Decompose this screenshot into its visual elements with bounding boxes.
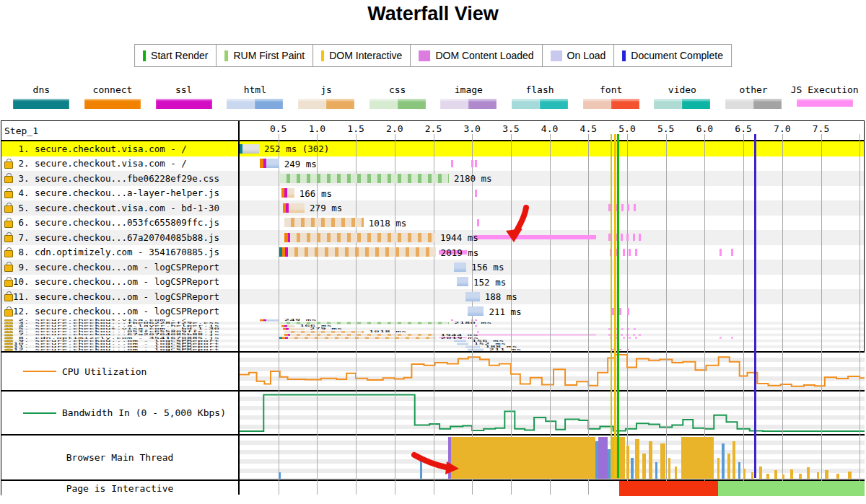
js-exec-mark xyxy=(621,334,623,335)
axis-tick-label: 1.0 xyxy=(309,123,325,134)
request-row-label[interactable]: 7. secure.checkou...67a20704085b88.js xyxy=(1,230,236,245)
request-row-label[interactable]: 8. cdn.optimizely.com - 3541670885.js xyxy=(1,245,236,260)
resource-legend-label: js xyxy=(320,84,332,95)
request-url-text: 8. cdn.optimizely.com - 3541670885.js xyxy=(13,337,219,339)
main-thread-activity-bar xyxy=(774,470,777,479)
axis-tick-label: 0.5 xyxy=(270,123,287,134)
legend-item-label: DOM Interactive xyxy=(329,50,402,61)
js-exec-mark xyxy=(623,249,625,256)
html-body-segment xyxy=(468,306,484,316)
lock-icon xyxy=(4,262,13,272)
request-row-label[interactable]: 10. secure.checkou...om - logCSPReport xyxy=(1,275,236,290)
request-time-label: 1944 ms xyxy=(440,232,478,243)
request-bar[interactable] xyxy=(454,340,466,342)
resource-color-bar xyxy=(156,99,212,109)
legend-item-start-render: Start Render xyxy=(135,45,216,66)
js-exec-mark xyxy=(612,308,614,315)
request-bar[interactable] xyxy=(284,218,363,227)
request-bar[interactable] xyxy=(240,144,259,154)
js-exec-mark xyxy=(731,337,733,339)
request-row-label[interactable]: 12. secure.checkou...om - logCSPReport xyxy=(1,304,236,319)
js-body-segment xyxy=(289,328,305,330)
lock-icon xyxy=(4,325,13,327)
js-exec-mark xyxy=(475,319,477,321)
request-bar[interactable] xyxy=(454,262,466,272)
request-row: 7. secure.checkou...67a20704085b88.js194… xyxy=(1,230,864,245)
request-time-label: 188 ms xyxy=(485,345,517,348)
js-exec-mark xyxy=(633,234,635,241)
request-bar[interactable] xyxy=(468,349,484,351)
main-thread-activity-bar xyxy=(848,472,852,479)
legend-item-label: Document Complete xyxy=(631,50,723,61)
main-thread-activity-bar xyxy=(681,437,714,479)
request-url-text: 5. secure.checkout.visa.com - bd-1-30 xyxy=(13,203,219,213)
js-exec-mark xyxy=(477,331,479,332)
request-bar[interactable] xyxy=(279,247,436,257)
request-bar[interactable] xyxy=(281,325,294,327)
request-row-label[interactable]: 5. secure.checkout.visa.com - bd-1-30 xyxy=(1,200,236,216)
lock-icon xyxy=(4,345,13,348)
resource-color-bar xyxy=(512,99,568,109)
request-bar[interactable] xyxy=(260,319,279,322)
js-exec-mark xyxy=(626,334,629,335)
request-bar[interactable] xyxy=(283,328,305,330)
request-time-label: 2180 ms xyxy=(454,322,492,324)
resource-legend-label: JS Execution xyxy=(791,84,859,95)
waterfall-view-page: Waterfall View Start RenderRUM First Pai… xyxy=(0,0,866,504)
main-thread-activity-bar xyxy=(766,474,769,479)
resource-legend-css: css xyxy=(362,84,433,109)
main-thread-activity-bar xyxy=(732,441,735,479)
resource-legend-video: video xyxy=(647,84,718,109)
request-row-label[interactable]: 1. secure.checkout.visa.com - / xyxy=(1,141,236,156)
lock-icon xyxy=(4,291,13,301)
resource-legend-dns: dns xyxy=(6,84,77,109)
request-bar[interactable] xyxy=(284,331,363,333)
request-bar[interactable] xyxy=(284,233,435,242)
other-body-segment xyxy=(242,144,259,154)
axis-header: Step_1 0.51.01.52.02.53.03.54.04.55.05.5… xyxy=(1,121,864,141)
request-bar[interactable] xyxy=(281,188,294,198)
js-exec-mark xyxy=(623,337,625,339)
request-bar[interactable] xyxy=(465,346,480,348)
request-bar[interactable] xyxy=(465,292,480,301)
resource-legend-label: connect xyxy=(93,84,133,95)
resource-legend-label: ssl xyxy=(175,84,192,95)
js-body-segment xyxy=(288,247,436,257)
request-bar[interactable] xyxy=(280,322,449,324)
legend-swatch-icon xyxy=(622,50,626,61)
main-thread-activity-bar xyxy=(799,474,801,479)
main-thread-activity-bar xyxy=(660,443,665,479)
request-row-label[interactable]: 11. secure.checkou...om - logCSPReport xyxy=(1,289,236,304)
main-thread-label: Browser Main Thread xyxy=(66,452,174,463)
legend-swatch-icon xyxy=(419,50,430,61)
request-row-label[interactable]: 3. secure.checkou...fbe06228ef29e.css xyxy=(1,171,236,186)
request-time-label: 1018 ms xyxy=(369,331,407,333)
request-time-label: 211 ms xyxy=(489,306,521,317)
request-bar[interactable] xyxy=(283,203,305,213)
request-bar[interactable] xyxy=(468,306,484,316)
request-row: 11. secure.checkou...om - logCSPReport18… xyxy=(1,289,864,304)
bandwidth-line-swatch xyxy=(23,412,56,414)
request-row-label[interactable]: 2. secure.checkout.visa.com - / xyxy=(1,156,236,172)
js-execution-bar xyxy=(473,235,596,239)
main-thread-activity-bar xyxy=(655,462,657,479)
main-thread-activity-bar xyxy=(279,472,281,479)
js-exec-mark xyxy=(475,190,477,197)
main-thread-activity-bar xyxy=(626,446,629,479)
legend-swatch-icon xyxy=(551,50,562,61)
request-row-label[interactable]: 9. secure.checkou...om - logCSPReport xyxy=(1,260,236,275)
request-bar[interactable] xyxy=(284,334,435,336)
request-bar[interactable] xyxy=(279,337,436,339)
legend-item-rum-first-paint: RUM First Paint xyxy=(216,45,312,66)
request-bar[interactable] xyxy=(457,277,468,286)
request-bar[interactable] xyxy=(260,159,279,168)
request-bar[interactable] xyxy=(280,174,449,183)
request-bar[interactable] xyxy=(457,342,468,345)
js-exec-mark xyxy=(629,337,631,339)
main-thread-chart xyxy=(238,436,865,479)
js-exec-mark xyxy=(475,160,477,167)
js-exec-mark xyxy=(612,349,614,350)
request-row-label[interactable]: 4. secure.checkou...a-layer-helper.js xyxy=(1,186,236,201)
request-row-label[interactable]: 6. secure.checkou...053fc655809ffc.js xyxy=(1,216,236,231)
resource-color-bar xyxy=(654,99,710,109)
